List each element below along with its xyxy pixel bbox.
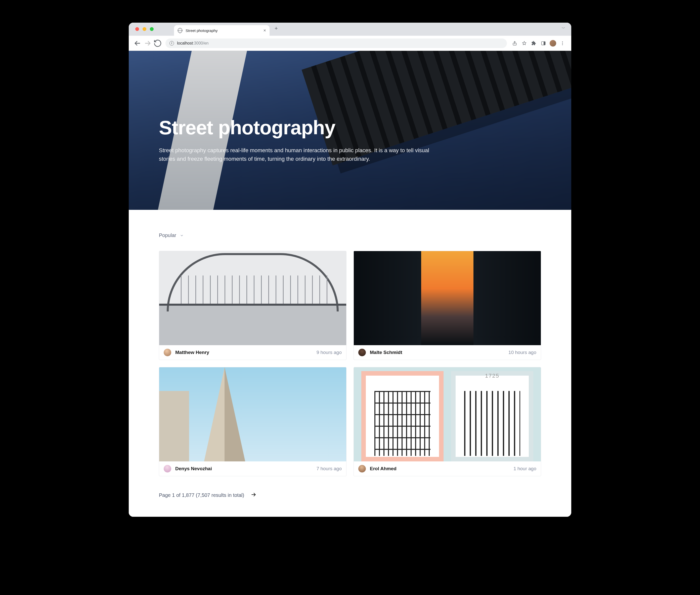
tabs-overflow-button[interactable]: ﹀ bbox=[562, 26, 565, 32]
profile-avatar[interactable] bbox=[549, 39, 557, 48]
door-number: 1725 bbox=[451, 373, 533, 379]
photo-meta: Matthew Henry 9 hours ago bbox=[159, 345, 346, 360]
page-title: Street photography bbox=[159, 116, 443, 139]
window-controls bbox=[135, 27, 154, 31]
toolbar-right bbox=[510, 39, 567, 48]
pagination: Page 1 of 1,877 (7,507 results in total) bbox=[159, 491, 541, 499]
photo-meta: Erol Ahmed 1 hour ago bbox=[354, 461, 541, 476]
globe-icon bbox=[178, 28, 183, 33]
pagination-summary: Page 1 of 1,877 (7,507 results in total) bbox=[159, 492, 244, 498]
window-minimize-button[interactable] bbox=[143, 27, 146, 31]
arrow-right-icon bbox=[250, 491, 257, 498]
photo-thumbnail[interactable] bbox=[159, 251, 346, 345]
photo-meta: Malte Schmidt 10 hours ago bbox=[354, 345, 541, 360]
window-close-button[interactable] bbox=[135, 27, 139, 31]
author-avatar[interactable] bbox=[358, 349, 366, 356]
photo-card[interactable]: Matthew Henry 9 hours ago bbox=[159, 251, 346, 360]
new-tab-button[interactable]: + bbox=[275, 25, 278, 33]
back-button[interactable] bbox=[133, 39, 142, 48]
photo-card[interactable]: Denys Nevozhai 7 hours ago bbox=[159, 367, 346, 476]
posted-time: 1 hour ago bbox=[513, 466, 536, 472]
photo-thumbnail[interactable] bbox=[159, 367, 346, 461]
svg-rect-2 bbox=[544, 41, 545, 45]
gallery-section: Popular Matthew Henry 9 hours ago bbox=[129, 210, 571, 517]
photo-grid: Matthew Henry 9 hours ago Malte Schmidt … bbox=[159, 251, 541, 476]
next-page-button[interactable] bbox=[250, 491, 257, 499]
author-name[interactable]: Denys Nevozhai bbox=[175, 466, 212, 472]
posted-time: 9 hours ago bbox=[316, 350, 342, 355]
url-path: :3000/en bbox=[193, 41, 208, 45]
svg-point-4 bbox=[562, 43, 563, 44]
hero-banner: Street photography Street photography ca… bbox=[129, 51, 571, 210]
photo-thumbnail[interactable]: 1725 bbox=[354, 367, 541, 461]
photo-card[interactable]: Malte Schmidt 10 hours ago bbox=[354, 251, 541, 360]
bookmark-star-icon[interactable] bbox=[520, 39, 528, 48]
page-description: Street photography captures real-life mo… bbox=[159, 146, 440, 163]
chevron-down-icon bbox=[180, 233, 184, 237]
window-titlebar: Street photography × + ﹀ bbox=[129, 23, 571, 36]
photo-card[interactable]: 1725 Erol Ahmed 1 hour ago bbox=[354, 367, 541, 476]
author-avatar[interactable] bbox=[164, 349, 171, 356]
kebab-menu-icon[interactable] bbox=[558, 39, 567, 48]
forward-button[interactable] bbox=[143, 39, 152, 48]
reload-button[interactable] bbox=[153, 39, 162, 48]
site-info-icon[interactable]: i bbox=[170, 41, 174, 46]
author-name[interactable]: Malte Schmidt bbox=[370, 350, 402, 355]
sort-selected-label: Popular bbox=[159, 232, 176, 238]
author-avatar[interactable] bbox=[358, 465, 366, 473]
browser-window: Street photography × + ﹀ i localhost:300… bbox=[129, 23, 571, 517]
tab-title: Street photography bbox=[186, 28, 260, 33]
url-text: localhost:3000/en bbox=[177, 41, 208, 46]
svg-point-3 bbox=[562, 41, 563, 42]
tab-close-button[interactable]: × bbox=[263, 28, 266, 33]
share-icon[interactable] bbox=[510, 39, 519, 48]
author-name[interactable]: Erol Ahmed bbox=[370, 466, 397, 472]
posted-time: 10 hours ago bbox=[509, 350, 536, 355]
window-zoom-button[interactable] bbox=[150, 27, 154, 31]
side-panel-icon[interactable] bbox=[539, 39, 548, 48]
address-bar[interactable]: i localhost:3000/en bbox=[165, 38, 507, 48]
url-host: localhost bbox=[177, 41, 193, 45]
author-avatar[interactable] bbox=[164, 465, 171, 473]
extensions-icon[interactable] bbox=[529, 39, 538, 48]
browser-tab[interactable]: Street photography × bbox=[174, 25, 270, 36]
photo-thumbnail[interactable] bbox=[354, 251, 541, 345]
posted-time: 7 hours ago bbox=[316, 466, 342, 472]
browser-toolbar: i localhost:3000/en bbox=[129, 36, 571, 51]
sort-dropdown[interactable]: Popular bbox=[159, 232, 541, 238]
svg-point-5 bbox=[562, 44, 563, 45]
author-name[interactable]: Matthew Henry bbox=[175, 350, 209, 355]
photo-meta: Denys Nevozhai 7 hours ago bbox=[159, 461, 346, 476]
